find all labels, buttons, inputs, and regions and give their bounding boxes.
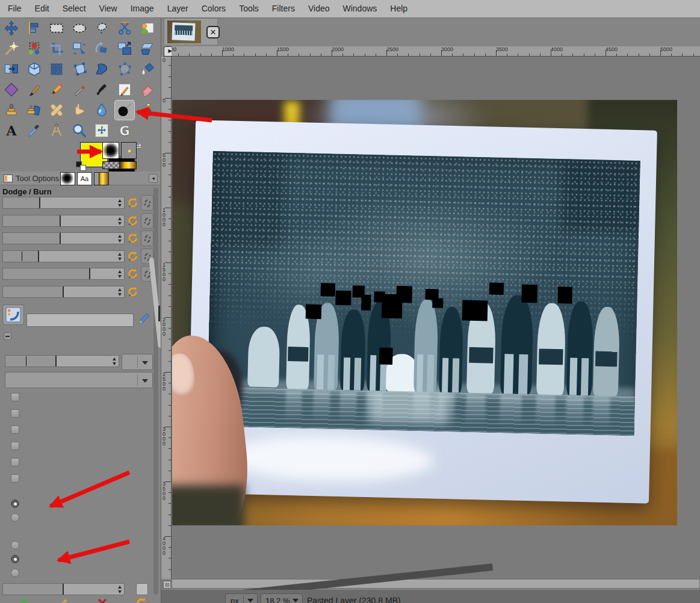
pasted-layer-image[interactable] <box>172 100 677 525</box>
tool-foreground-select[interactable] <box>137 18 158 39</box>
brush-preview[interactable] <box>102 142 119 159</box>
tool-bucket-fill[interactable] <box>137 59 158 79</box>
spinner[interactable] <box>117 585 123 594</box>
tool-fuzzy-select[interactable] <box>1 39 22 59</box>
pattern-preview[interactable] <box>121 142 137 159</box>
tool-options-scrollbar[interactable] <box>153 188 158 595</box>
tool-offset[interactable] <box>91 120 112 141</box>
spinner[interactable] <box>117 234 123 243</box>
tool-eraser[interactable] <box>137 79 158 100</box>
checkbox-reverse[interactable] <box>11 393 19 401</box>
tool-n-point-deformation[interactable] <box>46 59 67 79</box>
radio-shadows[interactable] <box>11 541 19 549</box>
checkbox-smooth-stroke[interactable] <box>11 425 19 434</box>
checkbox-hard-edge[interactable] <box>11 474 19 483</box>
slider-spacing[interactable] <box>2 250 125 262</box>
exposure-extra-button[interactable] <box>136 583 148 595</box>
zoom-dropdown[interactable]: 18.2 % <box>261 593 303 603</box>
default-colors-icon[interactable] <box>76 161 88 172</box>
horizontal-ruler[interactable]: 500100015002000250030003500400045005000 <box>172 46 700 57</box>
tool-airbrush[interactable] <box>69 79 90 100</box>
tool-flip[interactable] <box>1 59 22 79</box>
spinner[interactable] <box>112 357 117 366</box>
tool-perspective-clone[interactable] <box>24 100 45 120</box>
radio-midtones[interactable] <box>11 555 19 563</box>
spinner[interactable] <box>117 288 123 297</box>
tab-gradients[interactable] <box>94 172 109 185</box>
spinner[interactable] <box>117 270 123 279</box>
tool-select-by-color[interactable] <box>24 39 45 59</box>
tool-handle-transform[interactable] <box>69 59 90 79</box>
tool-unified-transform[interactable] <box>69 39 90 59</box>
tool-spray[interactable] <box>137 100 158 120</box>
link-angle[interactable] <box>141 230 153 246</box>
reset-aspect-ratio[interactable] <box>127 215 139 227</box>
spinner[interactable] <box>117 217 123 226</box>
slider-force[interactable] <box>2 286 125 298</box>
panel-collapse-button[interactable]: ◂ <box>149 174 158 183</box>
tool-smudge[interactable] <box>69 100 90 120</box>
tool-crop[interactable] <box>46 39 67 59</box>
radio-highlights[interactable] <box>11 569 19 577</box>
tool-shear[interactable] <box>137 39 158 59</box>
reset-force[interactable] <box>127 286 139 298</box>
tool-mypaint-brush[interactable] <box>114 79 135 100</box>
tool-warp-transform[interactable] <box>91 59 112 79</box>
image-tab[interactable]: ✕ <box>164 18 218 45</box>
reset-spacing[interactable] <box>127 250 139 262</box>
reset-size[interactable] <box>127 197 139 209</box>
tool-free-select[interactable] <box>91 18 112 39</box>
gradient-preview[interactable] <box>102 161 137 169</box>
link-aspect-ratio[interactable] <box>141 213 153 229</box>
link-size[interactable] <box>141 195 153 211</box>
tool-heal[interactable] <box>46 100 67 120</box>
reset-hardness[interactable] <box>127 268 139 280</box>
tool-scale[interactable] <box>114 39 135 59</box>
horizontal-scrollbar[interactable] <box>172 579 700 589</box>
slider-size[interactable] <box>2 197 125 209</box>
tool-blur-sharpen[interactable] <box>91 100 112 120</box>
radio-dodge[interactable] <box>11 499 19 508</box>
quick-mask-toggle[interactable] <box>163 580 171 589</box>
repeat-dropdown[interactable] <box>5 372 153 388</box>
tool-text[interactable]: A <box>1 120 22 141</box>
tool-pencil[interactable] <box>46 79 67 100</box>
menu-layer[interactable]: Layer <box>161 0 195 17</box>
tool-color-picker[interactable] <box>24 120 45 141</box>
tool-rectangle-select[interactable] <box>46 18 67 39</box>
menu-colors[interactable]: Colors <box>195 0 232 17</box>
checkbox-apply-jitter[interactable] <box>11 409 19 418</box>
checkbox-incremental[interactable] <box>11 458 19 466</box>
pane-resize-grip[interactable] <box>158 306 160 321</box>
tool-ink[interactable] <box>91 79 112 100</box>
menu-help[interactable]: Help <box>383 0 414 17</box>
slider-aspect-ratio[interactable] <box>2 215 125 227</box>
tool-scissors-select[interactable] <box>114 18 135 39</box>
menu-video[interactable]: Video <box>302 0 336 17</box>
tool-rotate[interactable] <box>91 39 112 59</box>
checkbox-lock-brush-to-view[interactable] <box>11 442 19 450</box>
tool-3d-transform[interactable] <box>24 59 45 79</box>
dynamics-options-expander[interactable] <box>4 332 154 341</box>
tool-ellipse-select[interactable] <box>69 18 90 39</box>
radio-burn[interactable] <box>11 513 19 522</box>
save-tool-preset-button[interactable] <box>18 597 30 603</box>
tool-alignment[interactable] <box>24 18 45 39</box>
menu-view[interactable]: View <box>93 0 124 17</box>
dynamics-edit-icon[interactable] <box>137 312 150 326</box>
vertical-ruler[interactable]: -50005001000150020002500300035004000 <box>161 57 172 579</box>
dynamics-value-entry[interactable] <box>26 314 134 327</box>
menu-filters[interactable]: Filters <box>265 0 302 17</box>
image-tab-close-icon[interactable]: ✕ <box>206 26 220 39</box>
tool-measure[interactable] <box>46 120 67 141</box>
tab-brushes[interactable] <box>60 172 75 185</box>
menu-file[interactable]: File <box>1 0 28 17</box>
menu-windows[interactable]: Windows <box>336 0 384 17</box>
reset-angle[interactable] <box>127 232 139 244</box>
slider-angle[interactable] <box>2 232 125 244</box>
tool-gradient[interactable] <box>1 79 22 100</box>
restore-tool-preset-button[interactable] <box>57 597 69 603</box>
spinner[interactable] <box>117 199 123 208</box>
slider-hardness[interactable] <box>2 268 125 280</box>
reset-tool-options-button[interactable] <box>135 597 147 603</box>
